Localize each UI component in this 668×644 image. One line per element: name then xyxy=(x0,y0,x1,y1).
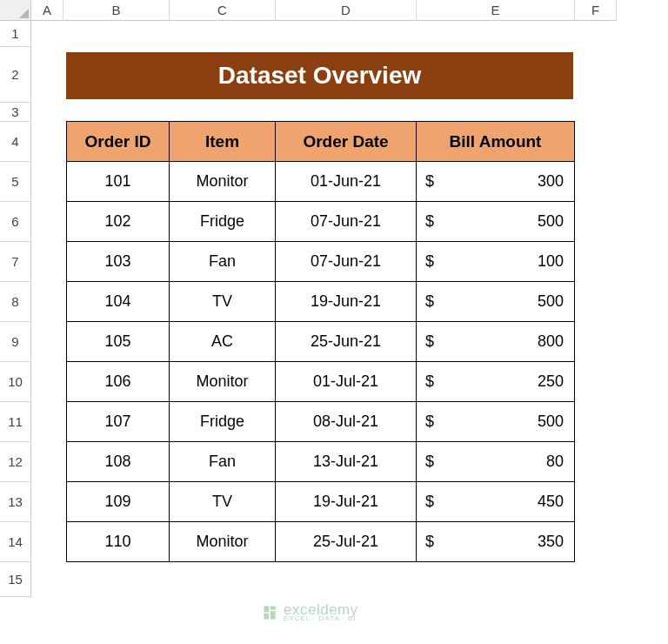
amount-value: 500 xyxy=(538,413,564,431)
amount-value: 350 xyxy=(538,533,564,551)
currency-symbol: $ xyxy=(425,172,434,191)
cell-date[interactable]: 13-Jul-21 xyxy=(275,441,417,482)
currency-symbol: $ xyxy=(425,453,434,471)
row-header-4[interactable]: 4 xyxy=(0,122,31,162)
title-cell[interactable]: Dataset Overview xyxy=(66,52,573,99)
cell-date[interactable]: 01-Jul-21 xyxy=(275,361,417,402)
col-header-C[interactable]: C xyxy=(170,0,276,21)
cell-id[interactable]: 104 xyxy=(66,281,170,322)
header-order-date[interactable]: Order Date xyxy=(275,121,417,162)
watermark: exceldemy EXCEL · DATA · BI xyxy=(261,602,358,622)
row-header-15[interactable]: 15 xyxy=(0,562,31,597)
row-header-12[interactable]: 12 xyxy=(0,442,31,482)
cell-amt[interactable]: $80 xyxy=(416,441,575,482)
cell-date[interactable]: 08-Jul-21 xyxy=(275,401,417,442)
amount-value: 80 xyxy=(546,453,564,471)
amount-value: 800 xyxy=(538,332,564,351)
cell-item[interactable]: Monitor xyxy=(169,161,276,202)
amount-value: 500 xyxy=(538,292,564,311)
col-header-D[interactable]: D xyxy=(276,0,417,21)
amount-value: 450 xyxy=(538,493,564,511)
row-header-3[interactable]: 3 xyxy=(0,103,31,122)
exceldemy-logo-icon xyxy=(261,604,278,621)
cell-item[interactable]: Monitor xyxy=(169,521,276,562)
row-header-6[interactable]: 6 xyxy=(0,202,31,242)
row-header-1[interactable]: 1 xyxy=(0,21,31,47)
cell-id[interactable]: 107 xyxy=(66,401,170,442)
row-header-9[interactable]: 9 xyxy=(0,322,31,362)
cell-id[interactable]: 109 xyxy=(66,481,170,522)
cell-amt[interactable]: $500 xyxy=(416,281,575,322)
cell-amt[interactable]: $450 xyxy=(416,481,575,522)
cell-amt[interactable]: $500 xyxy=(416,201,575,242)
currency-symbol: $ xyxy=(425,212,434,231)
cell-amt[interactable]: $350 xyxy=(416,521,575,562)
cell-item[interactable]: Monitor xyxy=(169,361,276,402)
cell-id[interactable]: 101 xyxy=(66,161,170,202)
header-item[interactable]: Item xyxy=(169,121,276,162)
col-header-A[interactable]: A xyxy=(31,0,63,21)
amount-value: 300 xyxy=(538,172,564,191)
cell-id[interactable]: 103 xyxy=(66,241,170,282)
cell-id[interactable]: 108 xyxy=(66,441,170,482)
cell-item[interactable]: TV xyxy=(169,281,276,322)
cell-date[interactable]: 25-Jul-21 xyxy=(275,521,417,562)
row-header-5[interactable]: 5 xyxy=(0,162,31,202)
cell-id[interactable]: 105 xyxy=(66,321,170,362)
watermark-tagline: EXCEL · DATA · BI xyxy=(284,615,358,622)
cell-item[interactable]: Fan xyxy=(169,441,276,482)
cell-item[interactable]: TV xyxy=(169,481,276,522)
cell-amt[interactable]: $300 xyxy=(416,161,575,202)
col-header-B[interactable]: B xyxy=(63,0,170,21)
select-all-corner[interactable] xyxy=(0,0,31,21)
currency-symbol: $ xyxy=(425,413,434,431)
cell-item[interactable]: Fan xyxy=(169,241,276,282)
cell-date[interactable]: 01-Jun-21 xyxy=(275,161,417,202)
currency-symbol: $ xyxy=(425,493,434,511)
header-order-id[interactable]: Order ID xyxy=(66,121,170,162)
cell-date[interactable]: 07-Jun-21 xyxy=(275,201,417,242)
cell-id[interactable]: 110 xyxy=(66,521,170,562)
col-header-F[interactable]: F xyxy=(575,0,617,21)
row-header-7[interactable]: 7 xyxy=(0,242,31,282)
cell-date[interactable]: 07-Jun-21 xyxy=(275,241,417,282)
currency-symbol: $ xyxy=(425,533,434,551)
cell-date[interactable]: 25-Jun-21 xyxy=(275,321,417,362)
row-header-14[interactable]: 14 xyxy=(0,522,31,562)
cell-amt[interactable]: $100 xyxy=(416,241,575,282)
currency-symbol: $ xyxy=(425,332,434,351)
header-bill-amount[interactable]: Bill Amount xyxy=(416,121,575,162)
currency-symbol: $ xyxy=(425,252,434,271)
cell-amt[interactable]: $800 xyxy=(416,321,575,362)
cell-date[interactable]: 19-Jul-21 xyxy=(275,481,417,522)
cell-date[interactable]: 19-Jun-21 xyxy=(275,281,417,322)
col-header-E[interactable]: E xyxy=(417,0,575,21)
amount-value: 100 xyxy=(538,252,564,271)
amount-value: 500 xyxy=(538,212,564,231)
currency-symbol: $ xyxy=(425,372,434,391)
row-header-11[interactable]: 11 xyxy=(0,402,31,442)
cell-item[interactable]: Fridge xyxy=(169,401,276,442)
row-header-10[interactable]: 10 xyxy=(0,362,31,402)
cell-amt[interactable]: $250 xyxy=(416,361,575,402)
row-header-8[interactable]: 8 xyxy=(0,282,31,322)
cell-id[interactable]: 106 xyxy=(66,361,170,402)
cell-amt[interactable]: $500 xyxy=(416,401,575,442)
currency-symbol: $ xyxy=(425,292,434,311)
cell-id[interactable]: 102 xyxy=(66,201,170,242)
row-header-13[interactable]: 13 xyxy=(0,482,31,522)
amount-value: 250 xyxy=(538,372,564,391)
cell-item[interactable]: Fridge xyxy=(169,201,276,242)
spreadsheet-grid: A B C D E F 1 2 3 4 5 6 7 8 9 10 11 12 1… xyxy=(0,0,668,597)
row-header-2[interactable]: 2 xyxy=(0,47,31,103)
cell-item[interactable]: AC xyxy=(169,321,276,362)
